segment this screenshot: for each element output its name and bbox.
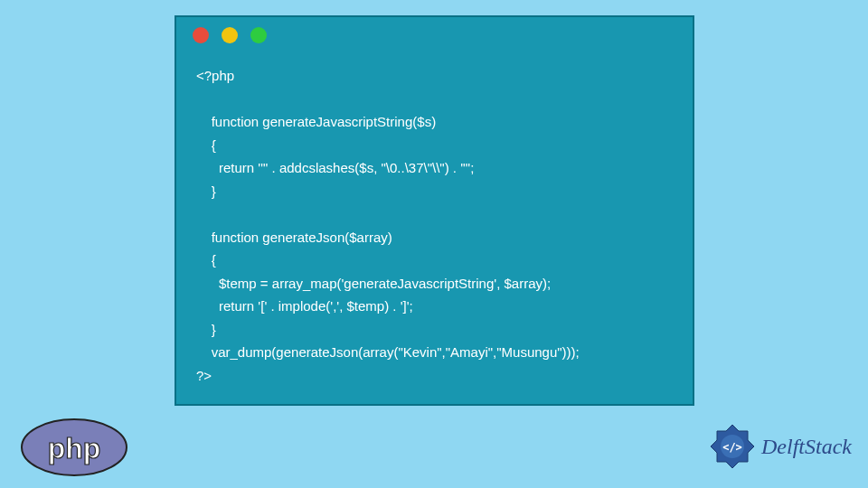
code-line: ?> (196, 368, 212, 383)
code-line: { (196, 252, 216, 267)
window-titlebar (176, 17, 693, 53)
code-line: function generateJson($array) (196, 230, 392, 245)
code-line: } (196, 322, 216, 337)
php-logo: php (20, 418, 128, 477)
delftstack-logo: </> DelftStack (707, 421, 852, 472)
maximize-icon (250, 27, 267, 43)
code-line: return '[' . implode(',', $temp) . ']'; (196, 298, 413, 314)
code-line: } (196, 183, 216, 199)
code-block: <?php function generateJavascriptString(… (176, 53, 693, 398)
code-line: function generateJavascriptString($s) (196, 114, 436, 129)
code-window: <?php function generateJavascriptString(… (175, 15, 694, 406)
close-icon (193, 27, 209, 43)
svg-text:</>: </> (722, 441, 742, 454)
code-line: $temp = array_map('generateJavascriptStr… (196, 276, 551, 291)
php-logo-text: php (48, 432, 101, 465)
delftstack-text: DelftStack (761, 435, 852, 459)
code-line: { (196, 137, 216, 153)
code-line: return '"' . addcslashes($s, "\0..\37\"\… (196, 160, 474, 175)
delftstack-icon: </> (707, 421, 758, 472)
code-line: <?php (196, 68, 234, 83)
code-line: var_dump(generateJson(array("Kevin","Ama… (196, 344, 580, 360)
minimize-icon (222, 27, 238, 43)
